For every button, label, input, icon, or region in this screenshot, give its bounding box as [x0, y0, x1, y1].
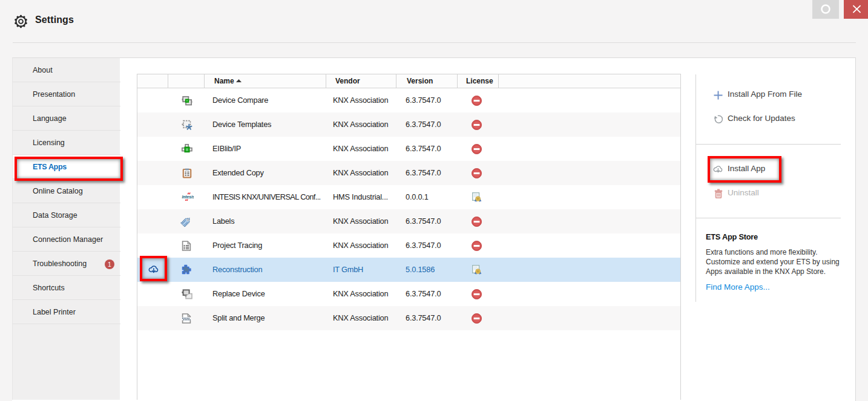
- svg-text:Intesis: Intesis: [182, 195, 194, 199]
